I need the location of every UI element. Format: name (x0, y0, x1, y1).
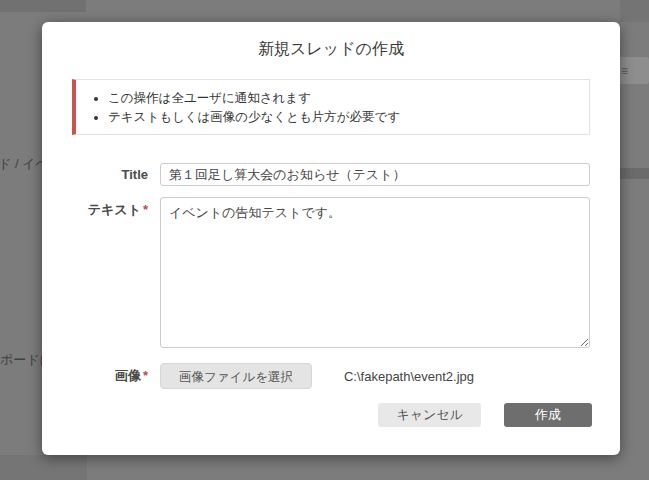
title-input[interactable] (160, 163, 590, 186)
create-button[interactable]: 作成 (504, 403, 592, 427)
text-field-row: テキスト* イベントの告知テストです。 (42, 197, 620, 348)
background-table-header-band (620, 168, 649, 179)
choose-image-file-button[interactable]: 画像ファイルを選択 (160, 363, 312, 389)
notice-item: テキストもしくは画像の少なくとも片方が必要です (108, 108, 579, 127)
title-field-row: Title (42, 163, 620, 186)
image-field-row: 画像* 画像ファイルを選択 C:\fakepath\event2.jpg (42, 363, 620, 389)
selected-file-path: C:\fakepath\event2.jpg (344, 369, 474, 384)
notice-item: この操作は全ユーザに通知されます (108, 89, 579, 108)
background-navbar-brand (0, 0, 86, 12)
create-thread-modal: 新規スレッドの作成 この操作は全ユーザに通知されます テキストもしくは画像の少な… (42, 22, 620, 455)
background-sidebar-edge (0, 455, 87, 480)
notice-box: この操作は全ユーザに通知されます テキストもしくは画像の少なくとも片方が必要です (72, 79, 590, 135)
notice-list: この操作は全ユーザに通知されます テキストもしくは画像の少なくとも片方が必要です (90, 89, 579, 128)
required-mark: * (143, 368, 148, 383)
required-mark: * (143, 202, 148, 217)
modal-actions: キャンセル 作成 (42, 403, 620, 427)
text-textarea[interactable]: イベントの告知テストです。 (160, 197, 590, 348)
image-field-label: 画像* (42, 367, 160, 385)
title-field-label: Title (42, 163, 160, 182)
text-field-label: テキスト* (42, 197, 160, 219)
background-topright-zone (620, 0, 649, 22)
modal-title: 新規スレッドの作成 (42, 39, 620, 60)
cancel-button[interactable]: キャンセル (378, 403, 481, 427)
